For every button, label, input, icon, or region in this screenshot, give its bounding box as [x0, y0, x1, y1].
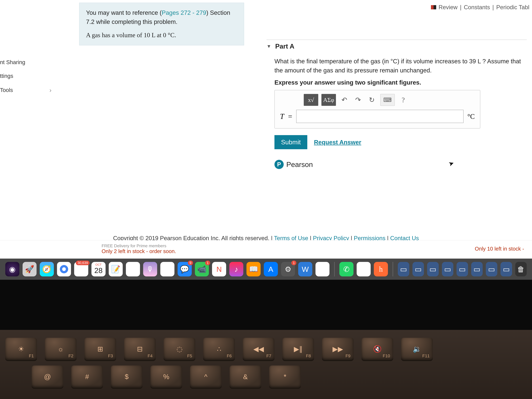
problem-statement: A gas has a volume of 10 L at 0 °C.: [86, 30, 237, 40]
podcasts-icon[interactable]: 🎙: [143, 262, 157, 276]
key-f6[interactable]: ∴F6: [203, 338, 235, 360]
pearson-brand: P Pearson: [274, 160, 527, 169]
part-header[interactable]: ▼ Part A: [266, 40, 527, 54]
key-f7[interactable]: ◀◀F7: [243, 338, 274, 360]
sidebar-item-tools[interactable]: Tools ›: [0, 83, 55, 97]
mail-badge: 30,639: [76, 261, 90, 265]
key-caret[interactable]: ^: [190, 366, 222, 388]
submit-button[interactable]: Submit: [274, 135, 307, 149]
key-f4[interactable]: ⊟F4: [124, 338, 156, 360]
sidebar-item-label: ttings: [0, 73, 13, 79]
pearson-name: Pearson: [286, 160, 313, 169]
music-icon[interactable]: ♪: [229, 262, 243, 276]
chevron-right-icon: ›: [50, 87, 51, 94]
calendar-icon[interactable]: OCT 28: [91, 262, 106, 276]
request-answer-link[interactable]: Request Answer: [314, 139, 361, 146]
greek-symbols-button[interactable]: ΑΣφ: [321, 94, 336, 106]
prime-text: FREE Delivery for Prime members: [101, 243, 176, 248]
hint-prefix: You may want to reference (: [86, 9, 162, 16]
reset-button[interactable]: ↻: [367, 94, 377, 106]
news-icon[interactable]: N: [212, 262, 226, 276]
photos-icon[interactable]: ❀: [160, 262, 174, 276]
laptop-bezel: [0, 280, 532, 330]
notes-icon[interactable]: 📝: [109, 262, 123, 276]
sidebar-item-settings[interactable]: ttings: [0, 69, 55, 83]
constants-link[interactable]: Constants: [464, 4, 490, 11]
trash-icon[interactable]: 🗑: [515, 262, 527, 276]
minimized-window[interactable]: ▭: [486, 262, 497, 276]
review-link[interactable]: Review: [439, 4, 458, 11]
books-icon[interactable]: 📖: [247, 262, 261, 276]
answer-instructions: Express your answer using two significan…: [266, 76, 527, 90]
app-icon-2[interactable]: 🖥: [357, 262, 371, 276]
minimized-window[interactable]: ▭: [500, 262, 512, 276]
answer-box: x√ ΑΣφ ↶ ↷ ↻ ⌨ ? T =: [274, 90, 480, 128]
key-f2[interactable]: ☼F2: [45, 338, 76, 360]
key-amp[interactable]: &: [230, 366, 261, 388]
facetime-icon[interactable]: 📹1: [195, 262, 209, 276]
dock-separator: [393, 262, 393, 276]
key-f5[interactable]: ◌F5: [164, 338, 195, 360]
key-dollar[interactable]: $: [111, 366, 142, 388]
collapse-triangle-icon[interactable]: ▼: [266, 44, 271, 49]
minimized-window[interactable]: ▭: [471, 262, 483, 276]
answer-input[interactable]: [296, 110, 463, 123]
key-percent[interactable]: %: [150, 366, 182, 388]
part-a: ▼ Part A What is the final temperature o…: [266, 40, 527, 169]
whatsapp-icon[interactable]: ✆: [339, 262, 354, 276]
siri-icon[interactable]: ◉: [5, 262, 19, 276]
key-at[interactable]: @: [32, 366, 63, 388]
sidebar-item-label: nt Sharing: [0, 59, 25, 65]
number-key-row: @ # $ % ^ & *: [5, 366, 527, 388]
appstore-icon[interactable]: A: [264, 262, 278, 276]
app-icon[interactable]: ▤: [316, 262, 329, 276]
key-f1[interactable]: ☀F1: [5, 338, 37, 360]
key-f3[interactable]: ⊞F3: [84, 338, 116, 360]
sidebar-item-sharing[interactable]: nt Sharing: [0, 55, 55, 69]
unit-label: °C: [468, 113, 475, 120]
stock-text-1: Only 2 left in stock - order soon.: [101, 248, 176, 254]
key-f8[interactable]: ▶∥F8: [282, 338, 314, 360]
templates-button[interactable]: x√: [304, 94, 318, 106]
settings-badge: 1: [291, 261, 296, 265]
function-key-row: ☀F1 ☼F2 ⊞F3 ⊟F4 ◌F5 ∴F6 ◀◀F7 ▶∥F8 ▶▶F9 🔇…: [5, 338, 527, 360]
word-icon[interactable]: W: [298, 262, 312, 276]
launchpad-icon[interactable]: 🚀: [23, 262, 37, 276]
safari-icon[interactable]: 🧭: [40, 262, 54, 276]
undo-button[interactable]: ↶: [339, 94, 350, 106]
messages-badge: 9: [188, 261, 193, 265]
chrome-icon[interactable]: [57, 262, 71, 276]
equation-toolbar: x√ ΑΣφ ↶ ↷ ↻ ⌨ ?: [304, 94, 475, 106]
messages-icon[interactable]: 💬9: [177, 262, 192, 276]
minimized-window[interactable]: ▭: [456, 262, 468, 276]
facetime-badge: 1: [205, 261, 210, 265]
key-f11[interactable]: 🔉F11: [401, 338, 433, 360]
dock-separator: [334, 262, 335, 276]
content-area: You may want to reference (Pages 272 - 2…: [55, 0, 532, 231]
sidebar-item-label: Tools: [0, 87, 13, 93]
periodic-table-link[interactable]: Periodic Tabl: [496, 4, 529, 11]
redo-button[interactable]: ↷: [353, 94, 363, 106]
macos-dock[interactable]: ◉ 🚀 🧭 ✉30,639 OCT 28 📝 ☰ 🎙 ❀ 💬9 📹1 N ♪ 📖…: [0, 259, 532, 280]
key-f9[interactable]: ▶▶F9: [322, 338, 354, 360]
help-button[interactable]: ?: [398, 94, 409, 106]
key-f10[interactable]: 🔇F10: [361, 338, 393, 360]
sidebar: nt Sharing ttings Tools ›: [0, 0, 55, 231]
keyboard-button[interactable]: ⌨: [380, 94, 395, 106]
background-window-strip: FREE Delivery for Prime members Only 2 l…: [0, 240, 532, 257]
key-star[interactable]: *: [269, 366, 301, 388]
minimized-window[interactable]: ▭: [398, 262, 409, 276]
flag-icon[interactable]: [431, 5, 436, 9]
mail-icon[interactable]: ✉30,639: [74, 262, 88, 276]
settings-icon[interactable]: ⚙1: [281, 262, 295, 276]
pages-link[interactable]: Pages 272 - 279: [162, 9, 206, 16]
key-hash[interactable]: #: [71, 366, 103, 388]
honey-icon[interactable]: h: [374, 262, 388, 276]
svg-point-1: [62, 267, 66, 271]
minimized-window[interactable]: ▭: [412, 262, 424, 276]
minimized-window[interactable]: ▭: [427, 262, 439, 276]
minimized-window[interactable]: ▭: [442, 262, 453, 276]
reminders-icon[interactable]: ☰: [126, 262, 140, 276]
reference-hint-box: You may want to reference (Pages 272 - 2…: [79, 3, 244, 45]
variable-label: T: [280, 112, 284, 120]
